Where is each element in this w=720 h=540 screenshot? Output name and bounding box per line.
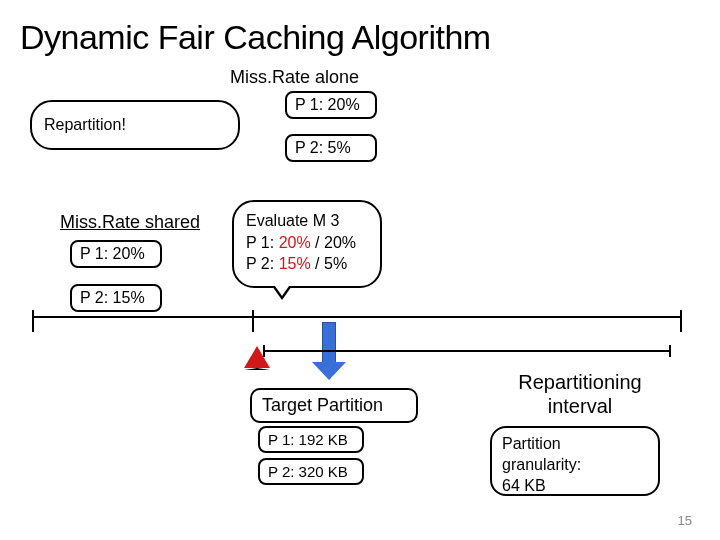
target-partition-label: Target Partition — [262, 395, 383, 415]
page-title: Dynamic Fair Caching Algorithm — [20, 18, 491, 57]
target-p1-box: P 1: 192 KB — [258, 426, 364, 453]
page-number: 15 — [678, 513, 692, 528]
repartition-callout: Repartition! — [30, 100, 240, 150]
timeline — [32, 316, 682, 318]
p1-alone-box: P 1: 20% — [285, 91, 377, 119]
granularity-l3: 64 KB — [502, 476, 648, 497]
miss-shared-label: Miss.Rate shared — [60, 212, 200, 233]
p1-shared-box: P 1: 20% — [70, 240, 162, 268]
evaluate-p1-shared: 20% — [279, 234, 311, 251]
evaluate-p2-prefix: P 2: — [246, 255, 279, 272]
p2-shared-value: P 2: 15% — [80, 289, 145, 306]
target-p2-value: P 2: 320 KB — [268, 463, 348, 480]
evaluate-p2-sep: / — [311, 255, 324, 272]
evaluate-callout: Evaluate M 3 P 1: 20% / 20% P 2: 15% / 5… — [232, 200, 382, 288]
evaluate-p1: P 1: 20% / 20% — [246, 232, 370, 254]
timeline-tick — [680, 310, 682, 332]
repartition-text: Repartition! — [44, 116, 126, 134]
evaluate-p2-alone: 5% — [324, 255, 347, 272]
timeline-tick — [32, 310, 34, 332]
p1-alone-value: P 1: 20% — [295, 96, 360, 113]
evaluate-p2-shared: 15% — [279, 255, 311, 272]
evaluate-p2: P 2: 15% / 5% — [246, 253, 370, 275]
evaluate-p1-alone: 20% — [324, 234, 356, 251]
target-partition-box: Target Partition — [250, 388, 418, 423]
p2-shared-box: P 2: 15% — [70, 284, 162, 312]
callout-tail-icon — [272, 286, 292, 300]
granularity-l2: granularity: — [502, 455, 648, 476]
miss-alone-label: Miss.Rate alone — [230, 67, 359, 88]
interval-bracket-icon — [263, 345, 671, 357]
target-p1-value: P 1: 192 KB — [268, 431, 348, 448]
timeline-tick — [252, 310, 254, 332]
target-p2-box: P 2: 320 KB — [258, 458, 364, 485]
evaluate-line1: Evaluate M 3 — [246, 210, 370, 232]
p2-alone-box: P 2: 5% — [285, 134, 377, 162]
p2-alone-value: P 2: 5% — [295, 139, 351, 156]
interval-label: Repartitioning interval — [490, 370, 670, 418]
p1-shared-value: P 1: 20% — [80, 245, 145, 262]
evaluate-p1-sep: / — [311, 234, 324, 251]
evaluate-p1-prefix: P 1: — [246, 234, 279, 251]
granularity-l1: Partition — [502, 434, 648, 455]
granularity-box: Partition granularity: 64 KB — [490, 426, 660, 496]
